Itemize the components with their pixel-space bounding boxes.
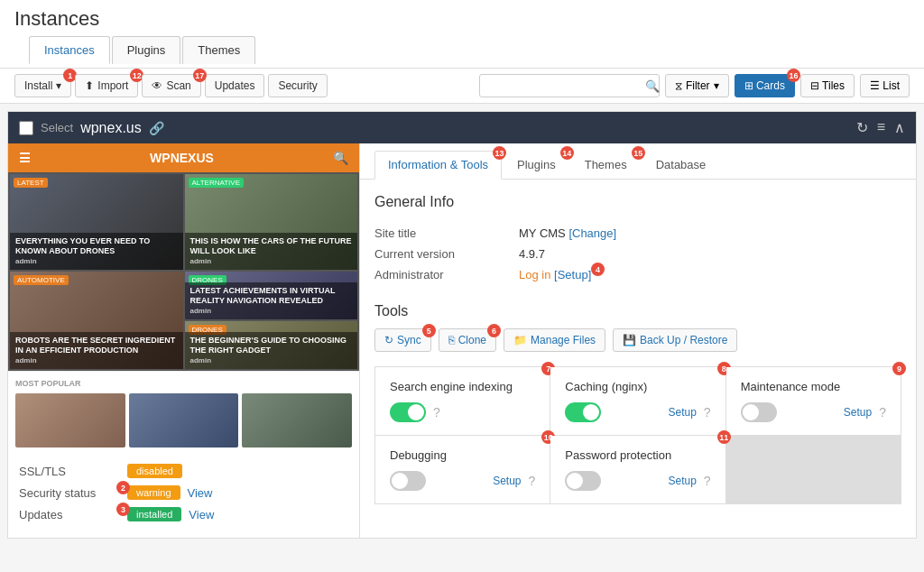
main-tabs: Instances Plugins Themes <box>14 36 910 64</box>
maintenance-badge: 9 <box>892 362 906 375</box>
search-engine-toggle[interactable] <box>390 402 426 422</box>
debugging-setup-link[interactable]: Setup <box>493 475 521 487</box>
search-engine-help-icon[interactable]: ? <box>433 405 440 420</box>
preview-card-5: DRONES THE BEGINNER'S GUIDE TO CHOOSING … <box>185 321 358 369</box>
cards-button[interactable]: ⊞ Cards <box>735 74 795 97</box>
scan-btn-wrap: 👁 Scan 17 <box>142 74 200 97</box>
nav-search-icon[interactable]: 🔍 <box>333 151 348 165</box>
link-icon[interactable]: 🔗 <box>149 121 164 135</box>
popular-img-3 <box>242 393 352 447</box>
scan-icon: 👁 <box>152 79 162 92</box>
inner-tab-themes[interactable]: Themes 15 <box>571 151 641 179</box>
password-title: Password protection <box>565 448 710 462</box>
card1-badge: LATEST <box>14 178 48 188</box>
card3-badge: AUTOMOTIVE <box>14 275 69 285</box>
left-panel: ☰ WPNEXUS 🔍 LATEST EVERYTHING YOU EVER N… <box>8 143 360 538</box>
tools-title: Tools <box>374 303 901 319</box>
debugging-help-icon[interactable]: ? <box>529 474 536 488</box>
scan-button[interactable]: 👁 Scan <box>142 74 200 97</box>
preview-card-4: DRONES LATEST ACHIEVEMENTS IN VIRTUAL RE… <box>185 272 358 319</box>
inner-tabs: Information & Tools 13 Plugins 14 Themes… <box>360 143 916 180</box>
password-help-icon[interactable]: ? <box>704 474 711 488</box>
tools-buttons: ↻ Sync 5 ⎘ Clone 6 📁 Manag <box>374 328 901 352</box>
manage-files-button[interactable]: 📁 Manage Files <box>504 328 605 352</box>
debugging-toggle-row: Setup ? <box>390 471 535 491</box>
search-input[interactable] <box>479 74 660 97</box>
list-button[interactable]: ☰ List <box>860 74 910 97</box>
security-num-badge: 2 <box>116 481 130 494</box>
admin-row: Administrator Log in [Setup] 4 <box>374 264 901 285</box>
toggle-card-password: 11 Password protection Setup ? <box>550 436 725 503</box>
cards-btn-wrap: ⊞ Cards 16 <box>735 74 795 97</box>
filter-button[interactable]: ⧖ Filter ▾ <box>665 74 729 97</box>
maintenance-title: Maintenance mode <box>741 380 886 393</box>
admin-val: Log in [Setup] <box>519 268 591 281</box>
security-badge: warning <box>127 485 180 500</box>
card4-text: LATEST ACHIEVEMENTS IN VIRTUAL REALITY N… <box>185 282 358 319</box>
tab-themes[interactable]: Themes <box>182 36 255 64</box>
password-toggle[interactable] <box>565 471 601 491</box>
info-table: Site title MY CMS [Change] Current versi… <box>374 223 901 285</box>
site-title-key: Site title <box>374 226 519 240</box>
instance-header: Select wpnex.us 🔗 ↻ ≡ ∧ <box>8 112 916 143</box>
site-title-change-link[interactable]: [Change] <box>568 226 616 240</box>
inner-tab-database[interactable]: Database <box>642 151 720 179</box>
caching-toggle[interactable] <box>565 402 601 422</box>
security-view-link[interactable]: View <box>188 486 213 500</box>
site-preview: ☰ WPNEXUS 🔍 LATEST EVERYTHING YOU EVER N… <box>8 143 359 371</box>
version-val: 4.9.7 <box>519 247 545 261</box>
menu-icon[interactable]: ≡ <box>877 119 885 136</box>
caching-setup-link[interactable]: Setup <box>669 406 697 419</box>
instance-header-left: Select wpnex.us 🔗 <box>19 120 856 136</box>
import-button[interactable]: ⬆ Import <box>75 74 138 97</box>
inner-tab-plugins[interactable]: Plugins 14 <box>504 151 569 179</box>
instance-checkbox[interactable] <box>19 121 33 135</box>
inner-tab-info[interactable]: Information & Tools 13 <box>374 151 502 180</box>
filter-label: Filter <box>686 79 710 92</box>
tab-plugins[interactable]: Plugins <box>112 36 181 64</box>
updates-label: Updates <box>215 79 255 92</box>
card5-text: THE BEGINNER'S GUIDE TO CHOOSING THE RIG… <box>185 332 358 369</box>
search-engine-title: Search engine indexing <box>390 380 535 393</box>
caching-help-icon[interactable]: ? <box>704 405 711 420</box>
tiles-button[interactable]: ⊟ Tiles <box>800 74 855 97</box>
page-title: Instances <box>14 7 910 31</box>
refresh-icon[interactable]: ↻ <box>856 119 868 136</box>
nav-hamburger-icon[interactable]: ☰ <box>19 151 31 165</box>
folder-icon: 📁 <box>513 334 527 346</box>
popular-img-1 <box>15 393 125 447</box>
password-setup-link[interactable]: Setup <box>669 475 697 487</box>
security-button[interactable]: Security <box>268 74 327 97</box>
select-label: Select <box>41 121 73 134</box>
admin-setup-link[interactable]: [Setup] <box>554 268 591 281</box>
updates-row: Updates installed View 3 <box>19 507 348 521</box>
password-badge: 11 <box>717 430 731 444</box>
search-engine-toggle-row: ? <box>390 402 535 422</box>
maintenance-setup-link[interactable]: Setup <box>844 406 872 419</box>
instance-url: wpnex.us <box>80 120 142 136</box>
preview-grid: LATEST EVERYTHING YOU EVER NEED TO KNOWN… <box>8 172 359 371</box>
caching-title: Caching (nginx) <box>565 380 710 393</box>
instance-body: ☰ WPNEXUS 🔍 LATEST EVERYTHING YOU EVER N… <box>8 143 916 538</box>
collapse-icon[interactable]: ∧ <box>894 119 905 136</box>
clone-btn-wrap: ⎘ Clone 6 <box>439 328 496 352</box>
maintenance-help-icon[interactable]: ? <box>879 405 886 420</box>
filter-dropdown-icon: ▾ <box>714 79 719 92</box>
updates-button[interactable]: Updates <box>205 74 265 97</box>
popular-section: MOST POPULAR <box>8 371 359 455</box>
admin-num-badge: 4 <box>591 263 605 276</box>
clone-badge: 6 <box>487 324 501 337</box>
tiles-label: Tiles <box>822 79 845 92</box>
maintenance-toggle[interactable] <box>741 402 777 422</box>
updates-view-link[interactable]: View <box>189 508 214 521</box>
page-header: Instances Instances Plugins Themes <box>0 0 924 69</box>
clone-label: Clone <box>458 334 486 346</box>
tab-instances[interactable]: Instances <box>29 36 110 64</box>
toggle-card-search-engine: 7 Search engine indexing ? <box>375 367 550 435</box>
admin-login-link[interactable]: Log in <box>519 268 550 281</box>
maintenance-toggle-row: Setup ? <box>741 402 886 422</box>
popular-label: MOST POPULAR <box>15 379 352 388</box>
general-info-title: General Info <box>374 194 901 210</box>
backup-button[interactable]: 💾 Back Up / Restore <box>613 328 737 352</box>
debugging-toggle[interactable] <box>390 471 426 491</box>
